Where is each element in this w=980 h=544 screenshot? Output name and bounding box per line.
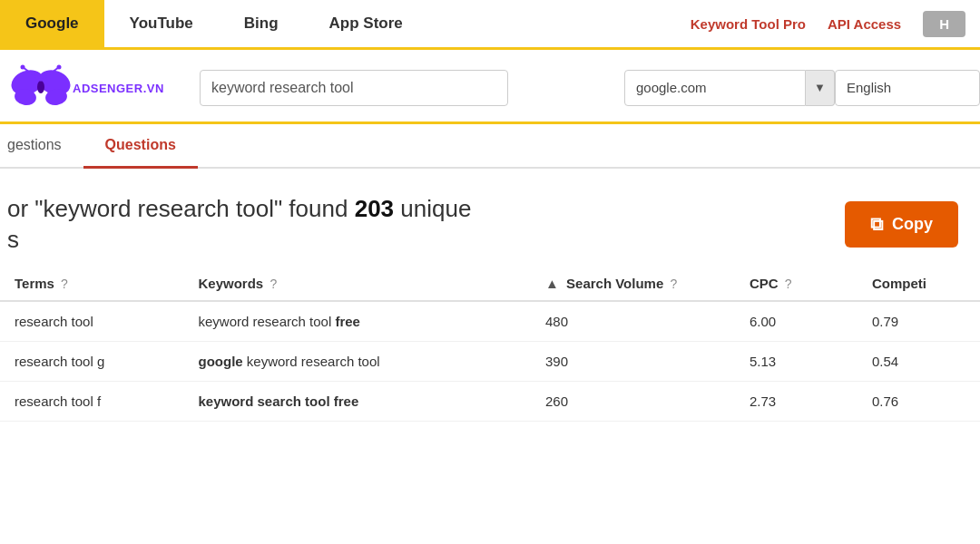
svg-point-4: [37, 81, 44, 93]
col-keywords-label: Keywords: [199, 276, 264, 291]
cell-keywords-1: keyword research tool free: [184, 301, 532, 342]
domain-select-arrow-icon[interactable]: ▼: [806, 70, 835, 106]
results-summary: or "keyword research tool" found 203 uni…: [0, 169, 980, 265]
logo-icon: [9, 63, 73, 112]
cell-terms-3: research tool f: [0, 381, 184, 421]
table-header-row: Terms ? Keywords ? ▲ Search Volume ? CPC…: [0, 265, 980, 301]
table-row: research tool f keyword search tool free…: [0, 381, 980, 421]
col-header-cpc[interactable]: CPC ?: [735, 265, 858, 301]
results-table: Terms ? Keywords ? ▲ Search Volume ? CPC…: [0, 265, 980, 422]
col-header-terms[interactable]: Terms ?: [0, 265, 184, 301]
search-input-wrap: [200, 70, 624, 106]
content-tabs-row: gestions Questions: [0, 124, 980, 169]
header-right-button[interactable]: H: [923, 11, 965, 37]
nav-tab-youtube[interactable]: YouTube: [104, 0, 219, 47]
domain-select-wrap: google.com ▼ English: [624, 70, 980, 106]
cell-cpc-2: 5.13: [735, 341, 858, 381]
tab-questions[interactable]: Questions: [83, 124, 198, 169]
results-suffix: unique: [400, 195, 471, 222]
keyword-tool-pro-link[interactable]: Keyword Tool Pro: [691, 16, 806, 32]
header-nav: Google YouTube Bing App Store Keyword To…: [0, 0, 980, 50]
cell-volume-2: 390: [531, 341, 735, 381]
results-count: 203: [355, 195, 394, 222]
language-select[interactable]: English: [835, 70, 980, 106]
cell-volume-1: 480: [531, 301, 735, 342]
col-header-competition[interactable]: Competi: [858, 265, 980, 301]
tab-suggestions[interactable]: gestions: [0, 124, 83, 169]
col-cpc-label: CPC: [750, 276, 779, 291]
col-header-volume[interactable]: ▲ Search Volume ?: [531, 265, 735, 301]
cell-competition-1: 0.79: [858, 301, 980, 342]
col-volume-label: Search Volume: [566, 276, 663, 291]
copy-button-label: Copy: [892, 215, 933, 234]
cell-terms-1: research tool: [0, 301, 184, 342]
cell-keywords-2: google keyword research tool: [184, 341, 532, 381]
cell-cpc-3: 2.73: [735, 381, 858, 421]
nav-right: Keyword Tool Pro API Access H: [691, 0, 980, 47]
col-header-keywords[interactable]: Keywords ?: [184, 265, 532, 301]
copy-button[interactable]: ⧉ Copy: [845, 201, 958, 248]
cell-terms-2: research tool g: [0, 341, 184, 381]
search-input[interactable]: [200, 70, 508, 106]
col-comp-label: Competi: [872, 276, 926, 291]
cell-competition-3: 0.76: [858, 381, 980, 421]
api-access-link[interactable]: API Access: [828, 16, 901, 32]
logo-area: ADSENGER.VN: [0, 63, 200, 112]
search-bar-row: ADSENGER.VN google.com ▼ English: [0, 50, 980, 124]
col-terms-label: Terms: [15, 276, 54, 291]
col-cpc-help: ?: [785, 277, 792, 291]
svg-point-8: [57, 65, 62, 70]
results-prefix: or "keyword research tool" found: [7, 195, 348, 222]
col-terms-help: ?: [61, 277, 68, 291]
cell-cpc-1: 6.00: [735, 301, 858, 342]
domain-select[interactable]: google.com: [624, 70, 806, 106]
table-row: research tool keyword research tool free…: [0, 301, 980, 342]
nav-tab-appstore[interactable]: App Store: [304, 0, 428, 47]
results-text: or "keyword research tool" found 203 uni…: [7, 194, 471, 256]
col-keywords-help: ?: [270, 277, 277, 291]
cell-volume-3: 260: [531, 381, 735, 421]
col-volume-help: ?: [670, 277, 677, 291]
copy-icon: ⧉: [870, 214, 883, 235]
nav-tab-bing[interactable]: Bing: [219, 0, 304, 47]
svg-point-7: [21, 65, 25, 70]
results-sub: s: [7, 226, 19, 253]
brand-text: ADSENGER.VN: [73, 82, 164, 95]
cell-keywords-3: keyword search tool free: [184, 381, 532, 421]
nav-tab-google[interactable]: Google: [0, 0, 104, 47]
table-row: research tool g google keyword research …: [0, 341, 980, 381]
sort-arrow-icon: ▲: [545, 276, 559, 291]
cell-competition-2: 0.54: [858, 341, 980, 381]
